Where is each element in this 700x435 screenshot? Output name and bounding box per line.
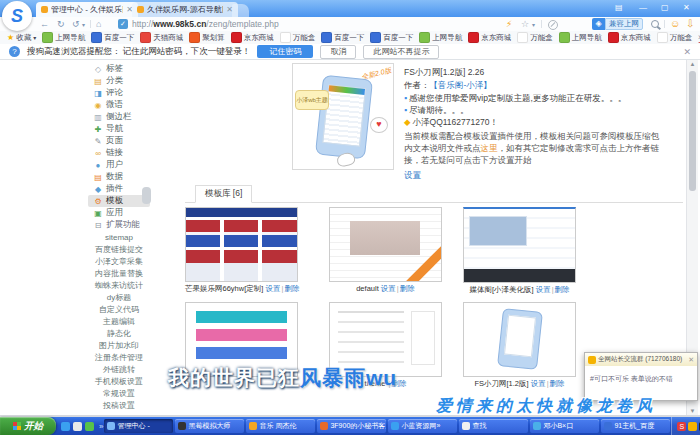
sidebar-item[interactable]: 静态化 [88,327,150,339]
bookmark-item[interactable]: 万能盒 [277,32,319,43]
chevron-down-icon[interactable] [532,18,535,31]
taskbar-window-button[interactable]: 91主机_百度 [601,419,670,433]
card-settings-link[interactable]: 设置 [531,379,546,388]
here-link[interactable]: 这里 [481,143,498,153]
author-link[interactable]: 【音乐阁-小泽】 [430,80,492,90]
minimize-icon[interactable] [639,3,647,13]
sidebar-item[interactable]: 图片加水印 [88,339,150,351]
bookmark-item[interactable]: 京东商城 [465,32,514,43]
chevron-down-icon[interactable] [82,18,85,31]
scroll-up-icon[interactable]: ▲ [687,61,698,67]
sidebar-item[interactable]: ▤ 数据 [88,171,150,183]
download-icon[interactable] [686,18,694,30]
tray-icon[interactable] [688,422,697,431]
template-thumbnail[interactable] [329,207,442,282]
taskbar-window-button[interactable]: 3F900的小秘书客服 [317,419,386,433]
browser-tab-nav[interactable]: 久伴娱乐网-源石导航网 [132,2,238,17]
sidebar-item[interactable]: 常规设置 [88,387,150,399]
cancel-button[interactable]: 取消 [320,45,356,59]
start-button[interactable]: 开始 [0,417,56,435]
sidebar-item[interactable]: 内容批量替换 [88,267,150,279]
sidebar-item[interactable]: ⊟ 扩展功能 [88,219,150,231]
quicklaunch-icon[interactable] [73,422,82,431]
sidebar-item[interactable]: ✚ 导航 [88,123,150,135]
taskbar-window-button[interactable]: 黑莓模拟大师 [175,419,244,433]
sidebar-item[interactable]: 主题编辑 [88,315,150,327]
card-settings-link[interactable]: 设置 [536,285,551,294]
card-settings-link[interactable]: 设置 [381,284,396,293]
sidebar-item[interactable]: 手机模板设置 [88,375,150,387]
favorites-button[interactable]: 收藏 [4,33,39,43]
home-icon[interactable] [96,18,101,30]
sidebar-item[interactable]: ◉ 微语 [88,99,150,111]
bookmark-item[interactable]: 百度一下 [367,32,416,43]
bookmark-item[interactable]: 京东商城 [605,32,654,43]
favorite-star-icon[interactable] [521,18,529,30]
sidebar-item[interactable]: ▤ 分类 [88,75,150,87]
card-delete-link[interactable]: 删除 [284,284,299,293]
sidebar-item[interactable]: ✎ 页面 [88,135,150,147]
back-icon[interactable] [40,18,49,30]
card-delete-link[interactable]: 删除 [555,285,570,294]
tray-icon[interactable]: S [677,422,686,431]
bookmark-item[interactable]: 天猫商城 [137,32,186,43]
sidebar-item[interactable]: ∞ 链接 [88,147,150,159]
template-thumbnail[interactable] [185,207,298,282]
card-settings-link[interactable]: 设置 [265,284,280,293]
sidebar-item[interactable]: sitemap [88,231,150,243]
bookmark-item[interactable]: 万能盒 [514,32,556,43]
template-thumbnail[interactable] [463,207,576,283]
taskbar-window-button[interactable]: 管理中心 - [104,419,173,433]
tab-list-icon[interactable] [615,3,623,13]
sidebar-item[interactable]: ● 用户 [88,159,150,171]
sidebar-item[interactable]: ◆ 插件 [88,183,150,195]
scroll-down-icon[interactable]: ▼ [687,408,698,414]
settings-link[interactable]: 设置 [404,170,421,180]
taskbar-window-button[interactable]: 音乐 周杰伦 [246,419,315,433]
template-thumbnail[interactable] [463,302,576,377]
close-icon[interactable] [683,3,690,13]
scrollbar-thumb[interactable] [689,71,696,191]
bookmark-item[interactable]: 上网导航 [416,32,465,43]
close-icon[interactable] [683,47,700,57]
tab-close-icon[interactable] [226,5,233,14]
bookmark-item[interactable]: 京东商城 [228,32,277,43]
sidebar-item[interactable]: 百度链接提交 [88,243,150,255]
search-icon[interactable] [651,20,659,28]
sidebar-item[interactable]: 小泽文章采集 [88,255,150,267]
remember-password-button[interactable]: 记住密码 [257,45,313,58]
close-icon[interactable] [688,356,694,364]
bookmark-item[interactable]: 百度一下 [318,32,367,43]
bookmark-item[interactable]: 万能盒 [654,32,696,43]
taskbar-window-button[interactable]: 查找 [459,419,528,433]
bookmark-item[interactable]: 上网导航 [39,32,88,43]
bookmark-item[interactable]: 聚划算 [186,32,228,43]
tab-template-library[interactable]: 模板库 [6] [195,185,252,203]
sidebar-item[interactable]: 自定义代码 [88,303,150,315]
card-delete-link[interactable]: 删除 [550,379,565,388]
maximize-icon[interactable] [661,3,669,13]
bookmarks-overflow-icon[interactable]: » [696,32,700,42]
sidebar-item[interactable]: ⚙ 模板 [88,195,150,207]
undo-closed-tab-icon[interactable] [72,18,80,30]
card-delete-link[interactable]: 删除 [400,284,415,293]
taskbar-window-button[interactable]: 邓小B×口 [530,419,599,433]
sidebar-scroll-thumb[interactable] [142,187,151,204]
sidebar-item[interactable]: 注册条件管理 [88,351,150,363]
smiley-icon[interactable] [670,18,680,30]
quicklaunch-icon[interactable] [85,422,94,431]
sidebar-item[interactable]: dy标题 [88,291,150,303]
sidebar-item[interactable]: 外链跳转 [88,363,150,375]
url-field[interactable]: http://www.98k5.cn/zeng/template.php [132,19,279,29]
speed-boost-icon[interactable] [506,18,512,30]
mode-switch-button[interactable]: 兼容上网 [592,18,643,30]
bookmark-item[interactable]: 百度一下 [88,32,137,43]
sidebar-item[interactable]: 蜘蛛来访统计 [88,279,150,291]
browser-tab-admin[interactable]: 管理中心 - 久伴娱乐网 [36,2,138,17]
refresh-icon[interactable] [57,18,65,30]
bookmark-item[interactable]: 上网导航 [556,32,605,43]
sidebar-item[interactable]: ◇ 标签 [88,63,150,75]
sidebar-item[interactable]: ◨ 评论 [88,87,150,99]
sidebar-item[interactable]: ▣ 应用 [88,207,150,219]
sidebar-item[interactable]: ▥ 侧边栏 [88,111,150,123]
